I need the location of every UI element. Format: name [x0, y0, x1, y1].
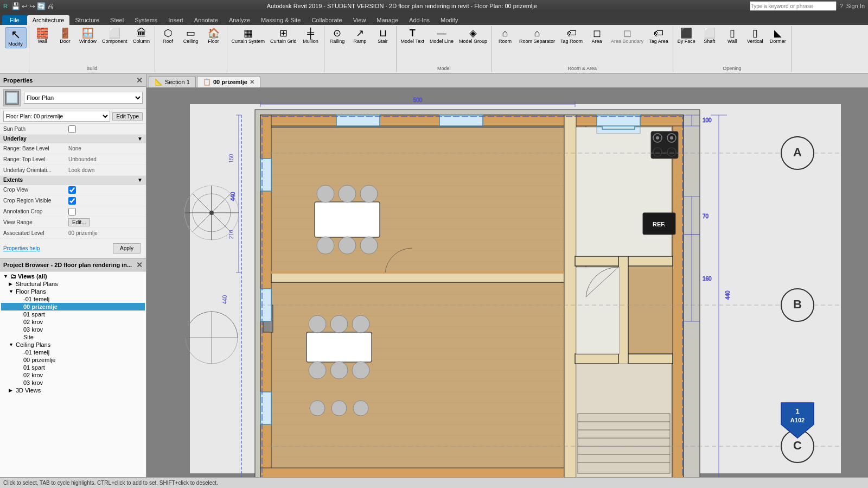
- area-button[interactable]: ◻ Area: [586, 27, 608, 45]
- tree-arrow: ▼: [9, 289, 14, 294]
- model-group-button[interactable]: ◈ Model Group: [457, 27, 489, 45]
- roof-button[interactable]: ⬡ Roof: [157, 27, 179, 45]
- tab-view[interactable]: View: [348, 15, 372, 25]
- tab-annotate[interactable]: Annotate: [189, 15, 224, 25]
- prop-row-assoc-level: Associated Level 00 prizemlje: [0, 228, 146, 239]
- sun-path-checkbox[interactable]: [68, 125, 76, 133]
- railing-button[interactable]: ⊙ Railing: [327, 27, 348, 45]
- properties-scroll: Sun Path Underlay ▼ Range: Base Level No…: [0, 124, 146, 239]
- tab-systems[interactable]: Systems: [129, 15, 163, 25]
- tree-item-01-spart[interactable]: 01 spart: [1, 310, 145, 318]
- stair-button[interactable]: ⊔ Stair: [372, 27, 394, 45]
- room-button[interactable]: ⌂ Room: [494, 27, 516, 45]
- column-icon: 🏛: [137, 28, 146, 38]
- curtain-grid-button[interactable]: ⊞ Curtain Grid: [268, 27, 299, 45]
- apply-button[interactable]: Apply: [113, 243, 141, 253]
- tree-item-3d-views[interactable]: ▶ 3D Views: [1, 386, 145, 394]
- model-text-button[interactable]: T Model Text: [399, 27, 426, 45]
- floor-plan-type-select[interactable]: Floor Plan: [24, 92, 143, 104]
- crop-region-visible-checkbox[interactable]: [68, 197, 76, 205]
- view-range-edit-button[interactable]: Edit...: [68, 218, 90, 226]
- modify-button[interactable]: ↖ Modify: [5, 27, 27, 48]
- tag-room-button[interactable]: 🏷 Tag Room: [558, 27, 585, 45]
- tab-modify[interactable]: Modify: [435, 15, 463, 25]
- quick-access-toolbar[interactable]: R 💾 ↩ ↪ 🔄 🖨: [3, 2, 54, 10]
- crop-view-checkbox[interactable]: [68, 186, 76, 194]
- tab-addins[interactable]: Add-Ins: [404, 15, 435, 25]
- model-line-icon: —: [437, 28, 446, 38]
- mullion-button[interactable]: ╪ Mullion: [300, 27, 322, 45]
- tree-item-floor-plans[interactable]: ▼ Floor Plans: [1, 288, 145, 295]
- vertical-button[interactable]: ▯ Vertical: [744, 27, 766, 45]
- wall-button[interactable]: 🧱 Wall: [31, 27, 53, 45]
- search-input[interactable]: [750, 1, 837, 11]
- tab-collaborate[interactable]: Collaborate: [306, 15, 347, 25]
- room-separator-button[interactable]: ⌂ Room Separator: [517, 27, 557, 45]
- shaft-button[interactable]: ⬜ Shaft: [699, 27, 720, 45]
- extents-section-header[interactable]: Extents ▼: [0, 176, 146, 185]
- redo-button[interactable]: ↪: [29, 2, 35, 10]
- svg-point-95: [339, 237, 356, 254]
- tab-close-button[interactable]: ✕: [250, 79, 254, 86]
- print-button[interactable]: 🖨: [47, 2, 54, 10]
- svg-point-98: [309, 315, 326, 333]
- svg-point-102: [330, 362, 348, 379]
- tree-item-ceiling-00[interactable]: 00 prizemlje: [1, 356, 145, 364]
- tree-item-02-krov[interactable]: 02 krov: [1, 318, 145, 326]
- tree-item-ceiling-plans[interactable]: ▼ Ceiling Plans: [1, 341, 145, 348]
- tree-item-structural-plans[interactable]: ▶ Structural Plans: [1, 280, 145, 288]
- tab-00-prizemlje[interactable]: 📋 00 prizemlje ✕: [197, 76, 260, 87]
- window-button[interactable]: 🪟 Window: [77, 27, 99, 45]
- tab-file[interactable]: File: [2, 15, 27, 25]
- tab-insert[interactable]: Insert: [163, 15, 189, 25]
- door-button[interactable]: 🚪 Door: [54, 27, 76, 45]
- curtain-system-button[interactable]: ▦ Curtain System: [229, 27, 267, 45]
- tree-item-views-all[interactable]: ▼ 🗂 Views (all): [1, 272, 145, 280]
- by-face-button[interactable]: ⬛ By Face: [675, 27, 698, 45]
- ribbon-group-curtain: ▦ Curtain System ⊞ Curtain Grid ╪ Mullio…: [227, 26, 324, 72]
- column-button[interactable]: 🏛 Column: [131, 27, 152, 45]
- floor-plan-name-select[interactable]: Floor Plan: 00 prizemlje: [3, 111, 110, 122]
- tree-item-03-krov[interactable]: 03 krov: [1, 326, 145, 333]
- save-button[interactable]: 💾: [11, 2, 20, 10]
- annotation-crop-checkbox[interactable]: [68, 208, 76, 216]
- ribbon-group-circulation: ⊙ Railing ↗ Ramp ⊔ Stair: [324, 26, 397, 72]
- tab-architecture[interactable]: Architecture: [27, 15, 70, 25]
- ramp-button[interactable]: ↗ Ramp: [349, 27, 371, 45]
- area-boundary-button[interactable]: ◻ Area Boundary: [609, 27, 646, 45]
- tab-manage[interactable]: Manage: [371, 15, 404, 25]
- dormer-button[interactable]: ◣ Dormer: [767, 27, 789, 45]
- tree-item-ceiling-01[interactable]: 01 spart: [1, 364, 145, 371]
- tag-area-button[interactable]: 🏷 Tag Area: [647, 27, 671, 45]
- tree-item-ceiling-minus01[interactable]: -01 temelj: [1, 348, 145, 356]
- signin-label[interactable]: Sign In: [846, 3, 865, 9]
- tab-steel[interactable]: Steel: [105, 15, 129, 25]
- properties-help-link[interactable]: Properties help: [3, 245, 40, 251]
- properties-close-button[interactable]: ✕: [136, 76, 143, 85]
- wall-opening-button[interactable]: ▯ Wall: [722, 27, 743, 45]
- model-line-button[interactable]: — Model Line: [427, 27, 456, 45]
- tree-arrow: ▶: [9, 281, 14, 287]
- project-browser-close-button[interactable]: ✕: [136, 261, 143, 269]
- ceiling-button[interactable]: ▭ Ceiling: [180, 27, 202, 45]
- tree-arrow: ▶: [9, 388, 14, 393]
- tree-item-site[interactable]: Site: [1, 333, 145, 341]
- tree-item-ceiling-03[interactable]: 03 krov: [1, 379, 145, 386]
- floor-plan-canvas[interactable]: REF.: [146, 88, 868, 477]
- floor-button[interactable]: 🏠 Floor: [203, 27, 225, 45]
- stair-icon: ⊔: [379, 28, 387, 38]
- component-button[interactable]: ⬜ Component: [100, 27, 130, 45]
- tab-section1[interactable]: 📐 Section 1: [149, 76, 196, 87]
- edit-type-button[interactable]: Edit Type: [112, 112, 143, 121]
- undo-button[interactable]: ↩: [22, 2, 28, 10]
- tab-analyze[interactable]: Analyze: [224, 15, 256, 25]
- section-tab-label: Section 1: [165, 79, 190, 85]
- underlay-section-header[interactable]: Underlay ▼: [0, 135, 146, 143]
- svg-text:440: 440: [725, 290, 731, 300]
- tab-massing[interactable]: Massing & Site: [256, 15, 306, 25]
- tab-structure[interactable]: Structure: [69, 15, 105, 25]
- tree-item-ceiling-02[interactable]: 02 krov: [1, 371, 145, 379]
- sync-button[interactable]: 🔄: [37, 2, 46, 10]
- tree-item-minus01-temelj[interactable]: -01 temelj: [1, 295, 145, 303]
- tree-item-00-prizemlje[interactable]: 00 prizemlje: [1, 303, 145, 310]
